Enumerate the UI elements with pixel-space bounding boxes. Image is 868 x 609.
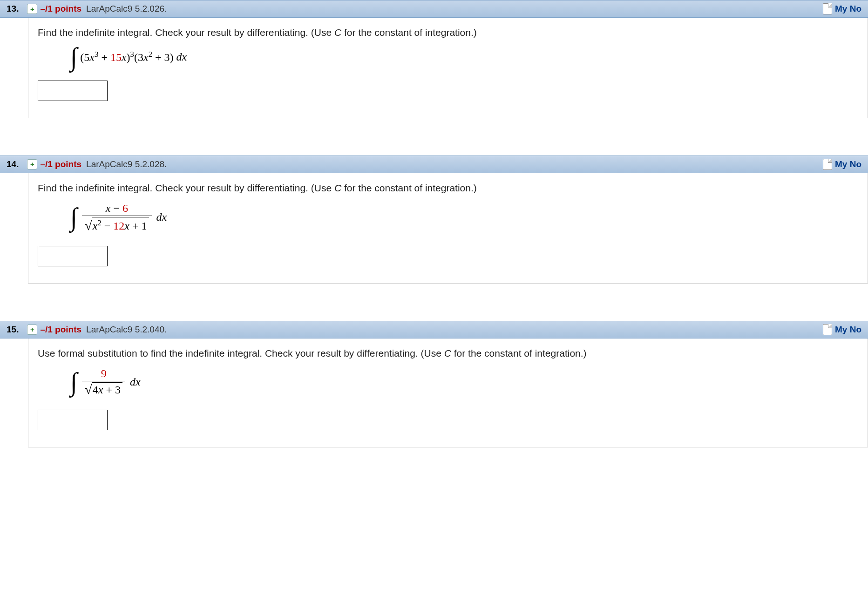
- notes-icon[interactable]: [823, 159, 832, 170]
- radical-icon: √: [85, 219, 92, 232]
- prompt-prefix: Find the indefinite integral. Check your…: [38, 183, 334, 193]
- integral-expression: ∫ (5x3 + 15x)3(3x2 + 3) dx: [70, 47, 858, 68]
- source-label: LarApCalc9 5.2.026.: [86, 4, 167, 14]
- integral-icon: ∫: [70, 372, 77, 392]
- prompt-suffix: for the constant of integration.): [341, 27, 477, 38]
- integral-expression: ∫ 9 √ 4x + 3 dx: [70, 367, 858, 397]
- question-15: 15. + –/1 points LarApCalc9 5.2.040. My …: [0, 321, 868, 447]
- prompt-var: C: [334, 27, 341, 38]
- my-notes-link[interactable]: My No: [835, 159, 861, 169]
- dx: dx: [156, 211, 167, 223]
- notes-icon[interactable]: [823, 3, 832, 14]
- sqrt: √ 4x + 3: [85, 382, 122, 396]
- radicand: 4x + 3: [92, 382, 122, 396]
- expand-icon[interactable]: +: [27, 159, 37, 169]
- prompt-prefix: Find the indefinite integral. Check your…: [38, 27, 334, 38]
- radicand: x2 − 12x + 1: [92, 217, 149, 232]
- numerator: x − 6: [103, 202, 131, 216]
- notes-icon[interactable]: [823, 324, 832, 335]
- question-header: 13. + –/1 points LarApCalc9 5.2.026. My …: [0, 0, 868, 18]
- denominator: √ x2 − 12x + 1: [82, 216, 151, 233]
- question-header: 14. + –/1 points LarApCalc9 5.2.028. My …: [0, 156, 868, 173]
- question-body: Find the indefinite integral. Check your…: [28, 173, 868, 284]
- question-number: 14.: [7, 159, 19, 169]
- dx: dx: [176, 51, 187, 63]
- denominator: √ 4x + 3: [82, 381, 125, 397]
- integrand: (5x3 + 15x)3(3x2 + 3): [80, 50, 173, 64]
- expand-icon[interactable]: +: [27, 325, 37, 335]
- question-14: 14. + –/1 points LarApCalc9 5.2.028. My …: [0, 156, 868, 284]
- fraction: 9 √ 4x + 3: [82, 367, 125, 397]
- prompt-suffix: for the constant of integration.): [341, 183, 477, 193]
- radical-icon: √: [85, 383, 92, 396]
- my-notes-link[interactable]: My No: [835, 4, 861, 14]
- sqrt: √ x2 − 12x + 1: [85, 217, 149, 232]
- points-label: –/1 points: [40, 159, 81, 169]
- points-label: –/1 points: [40, 4, 81, 14]
- prompt-text: Find the indefinite integral. Check your…: [38, 27, 858, 38]
- my-notes-link[interactable]: My No: [835, 325, 861, 335]
- prompt-var: C: [444, 348, 451, 359]
- dx: dx: [130, 376, 141, 388]
- expand-icon[interactable]: +: [27, 4, 37, 14]
- answer-input[interactable]: [38, 81, 108, 101]
- question-13: 13. + –/1 points LarApCalc9 5.2.026. My …: [0, 0, 868, 118]
- integral-icon: ∫: [70, 207, 77, 228]
- prompt-text: Find the indefinite integral. Check your…: [38, 183, 858, 194]
- question-number: 13.: [7, 4, 19, 14]
- fraction: x − 6 √ x2 − 12x + 1: [82, 202, 151, 233]
- source-label: LarApCalc9 5.2.040.: [86, 325, 167, 335]
- numerator: 9: [98, 367, 109, 381]
- answer-input[interactable]: [38, 410, 108, 430]
- integral-icon: ∫: [70, 47, 77, 68]
- question-number: 15.: [7, 325, 19, 335]
- question-body: Find the indefinite integral. Check your…: [28, 18, 868, 118]
- points-label: –/1 points: [40, 325, 81, 335]
- integral-expression: ∫ x − 6 √ x2 − 12x + 1 dx: [70, 202, 858, 233]
- prompt-text: Use formal substitution to find the inde…: [38, 348, 858, 359]
- prompt-var: C: [334, 183, 341, 193]
- question-header: 15. + –/1 points LarApCalc9 5.2.040. My …: [0, 321, 868, 338]
- question-body: Use formal substitution to find the inde…: [28, 338, 868, 447]
- prompt-suffix: for the constant of integration.): [451, 348, 587, 359]
- answer-input[interactable]: [38, 246, 108, 266]
- prompt-prefix: Use formal substitution to find the inde…: [38, 348, 444, 359]
- source-label: LarApCalc9 5.2.028.: [86, 159, 167, 169]
